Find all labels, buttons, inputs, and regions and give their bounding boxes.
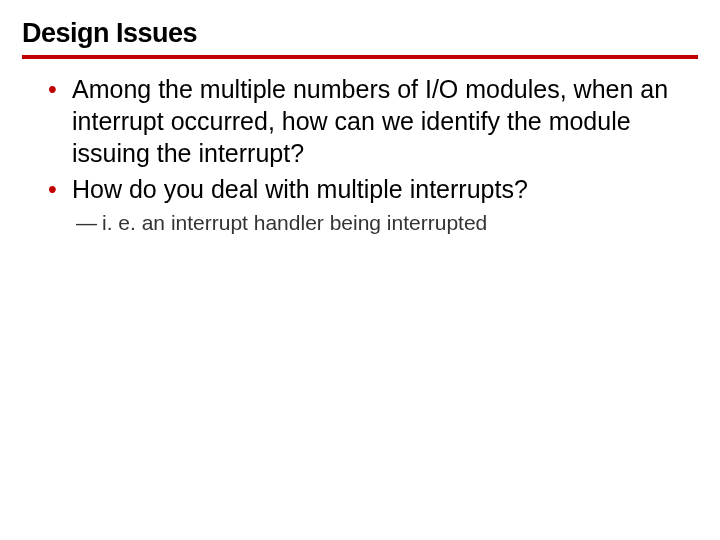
sub-bullet-2a: i. e. an interrupt handler being interru…: [76, 209, 698, 236]
bullet-item-1: Among the multiple numbers of I/O module…: [48, 73, 698, 169]
bullet-list: Among the multiple numbers of I/O module…: [22, 73, 698, 236]
title-divider: [22, 55, 698, 59]
slide-title: Design Issues: [22, 18, 698, 55]
sub-bullet-list: i. e. an interrupt handler being interru…: [72, 209, 698, 236]
slide: Design Issues Among the multiple numbers…: [0, 0, 720, 540]
bullet-item-2-text: How do you deal with multiple interrupts…: [72, 175, 528, 203]
bullet-item-2: How do you deal with multiple interrupts…: [48, 173, 698, 236]
